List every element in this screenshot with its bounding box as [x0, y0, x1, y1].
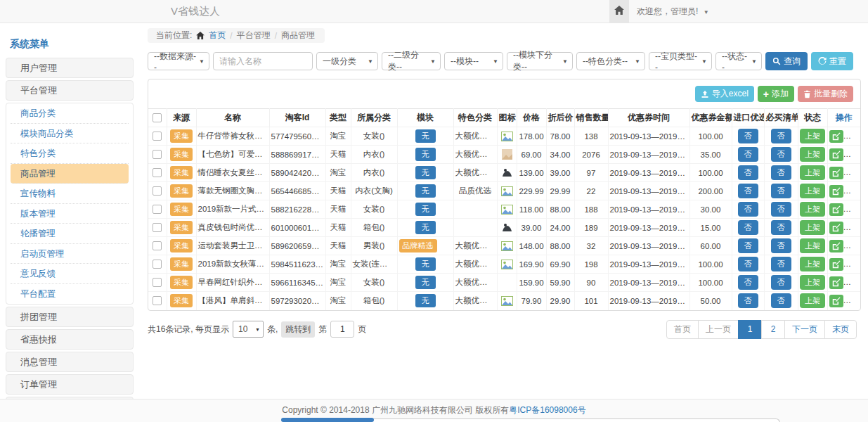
import-select-toggle-button[interactable]: 否 — [738, 238, 758, 253]
batch-delete-button[interactable]: 批量删除 — [798, 86, 853, 102]
import-select-toggle-button[interactable]: 否 — [738, 147, 758, 162]
edit-button[interactable] — [829, 258, 843, 271]
sidebar-subitem-1[interactable]: 模块商品分类 — [11, 124, 129, 144]
status-button[interactable]: 上架 — [800, 147, 825, 162]
sidebar-group-user-mgmt[interactable]: 用户管理 — [6, 58, 134, 78]
must-buy-toggle-button[interactable]: 否 — [771, 293, 791, 308]
import-select-toggle-button[interactable]: 否 — [738, 275, 758, 290]
sidebar-subitem-3[interactable]: 商品管理 — [11, 164, 129, 184]
sidebar-subitem-2[interactable]: 特色分类 — [11, 143, 129, 164]
navbar-home-button[interactable] — [609, 0, 629, 23]
add-button[interactable]: + 添加 — [758, 86, 794, 102]
filter-category-2[interactable]: --二级分类--▼ — [382, 52, 441, 70]
row-checkbox[interactable] — [153, 205, 162, 214]
page-button-0[interactable]: 首页 — [666, 320, 699, 339]
jump-to-button[interactable]: 跳转到 — [281, 321, 315, 338]
sidebar-subitem-6[interactable]: 轮播管理 — [11, 224, 129, 244]
filter-item-type[interactable]: --宝贝类型--▼ — [649, 52, 712, 70]
edit-button[interactable] — [829, 295, 843, 307]
edit-button[interactable] — [829, 276, 843, 289]
page-button-3[interactable]: 2 — [761, 320, 785, 339]
row-checkbox[interactable] — [153, 168, 162, 177]
page-button-2[interactable]: 1 — [738, 320, 762, 339]
edit-button[interactable] — [829, 240, 843, 252]
row-checkbox[interactable] — [153, 241, 162, 250]
must-buy-toggle-button[interactable]: 否 — [771, 184, 791, 198]
import-select-toggle-button[interactable]: 否 — [738, 257, 758, 271]
sidebar-subitem-8[interactable]: 意见反馈 — [11, 264, 129, 284]
reset-button[interactable]: 重置 — [811, 52, 853, 70]
import-select-toggle-button[interactable]: 否 — [738, 293, 758, 308]
filter-name-input[interactable] — [213, 52, 313, 70]
edit-button[interactable] — [829, 185, 843, 198]
import-excel-button[interactable]: 导入excel — [695, 86, 754, 102]
product-thumb-icon — [501, 205, 513, 215]
sidebar-group-bottom-2[interactable]: 消息管理 — [6, 352, 134, 372]
search-button[interactable]: 查询 — [765, 52, 808, 70]
status-button[interactable]: 上架 — [800, 184, 825, 198]
row-checkbox[interactable] — [153, 150, 162, 159]
page-button-4[interactable]: 下一页 — [784, 320, 825, 339]
must-buy-toggle-button[interactable]: 否 — [771, 275, 791, 290]
coupon-amount: 30.00 — [689, 200, 732, 219]
must-buy-toggle-button[interactable]: 否 — [771, 147, 791, 162]
must-buy-toggle-button[interactable]: 否 — [771, 202, 791, 217]
must-buy-toggle-button[interactable]: 否 — [771, 238, 791, 253]
import-select-toggle-button[interactable]: 否 — [738, 202, 758, 217]
edit-button[interactable] — [829, 167, 843, 179]
sidebar-subitem-7[interactable]: 启动页管理 — [11, 244, 129, 264]
status-button[interactable]: 上架 — [800, 220, 825, 235]
status-button[interactable]: 上架 — [800, 275, 825, 290]
row-checkbox[interactable] — [153, 132, 162, 141]
status-button[interactable]: 上架 — [800, 238, 825, 253]
status-button[interactable]: 上架 — [800, 257, 825, 271]
sidebar-subitem-9[interactable]: 平台配置 — [11, 284, 129, 305]
sidebar-subitem-5[interactable]: 版本管理 — [11, 204, 129, 224]
filter-module[interactable]: --模块--▼ — [444, 52, 503, 70]
import-select-toggle-button[interactable]: 否 — [738, 165, 758, 180]
must-buy-toggle-button[interactable]: 否 — [771, 220, 791, 235]
row-checkbox[interactable] — [153, 186, 162, 196]
filter-feature[interactable]: --特色分类--▼ — [576, 52, 645, 70]
sidebar-group-bottom-3[interactable]: 订单管理 — [6, 374, 134, 395]
thumb-cell — [497, 292, 517, 310]
breadcrumb-home-link[interactable]: 首页 — [209, 30, 226, 41]
operations-cell — [827, 146, 860, 164]
sidebar-group-bottom-0[interactable]: 拼团管理 — [6, 307, 134, 327]
import-select-toggle-button[interactable]: 否 — [738, 220, 758, 235]
filter-module-sub[interactable]: --模块下分类--▼ — [507, 52, 573, 70]
status-button[interactable]: 上架 — [800, 129, 825, 143]
sidebar-group-platform-mgmt[interactable]: 平台管理 — [6, 80, 134, 101]
edit-button[interactable] — [829, 130, 843, 143]
page-button-1[interactable]: 上一页 — [698, 320, 739, 339]
select-all-checkbox[interactable] — [153, 113, 162, 122]
edit-button[interactable] — [829, 203, 843, 216]
status-button[interactable]: 上架 — [800, 165, 825, 180]
per-page-select[interactable]: 10 ▼ — [233, 321, 264, 338]
status-button[interactable]: 上架 — [800, 202, 825, 217]
must-buy-toggle-button[interactable]: 否 — [771, 129, 791, 143]
page-button-5[interactable]: 末页 — [824, 320, 857, 339]
sidebar-subitem-4[interactable]: 宣传物料 — [11, 184, 129, 204]
must-buy-toggle-button[interactable]: 否 — [771, 257, 791, 271]
filter-category-1[interactable]: 一级分类▼ — [316, 52, 378, 70]
import-select-toggle-button[interactable]: 否 — [738, 184, 758, 198]
batch-delete-label: 批量删除 — [814, 88, 848, 100]
row-checkbox[interactable] — [153, 296, 162, 305]
row-checkbox[interactable] — [153, 223, 162, 232]
row-checkbox[interactable] — [153, 260, 162, 269]
filter-data-source[interactable]: --数据来源--▼ — [148, 52, 209, 70]
must-buy-toggle-button[interactable]: 否 — [771, 165, 791, 180]
filter-status[interactable]: --状态--▼ — [715, 52, 762, 70]
edit-button[interactable] — [829, 148, 843, 161]
import-select-toggle-button[interactable]: 否 — [738, 129, 758, 143]
row-checkbox[interactable] — [153, 278, 162, 287]
edit-button[interactable] — [829, 222, 843, 234]
status-button[interactable]: 上架 — [800, 293, 825, 308]
user-menu[interactable]: 欢迎您，管理员! ▼ — [637, 0, 709, 24]
jump-page-input[interactable] — [330, 321, 354, 338]
sidebar-subitem-0[interactable]: 商品分类 — [11, 103, 129, 124]
sidebar-group-bottom-1[interactable]: 省惠快报 — [6, 329, 134, 350]
icp-link[interactable]: 粤ICP备16098006号 — [509, 405, 585, 415]
taoke-id: 588216228899 — [269, 200, 325, 219]
